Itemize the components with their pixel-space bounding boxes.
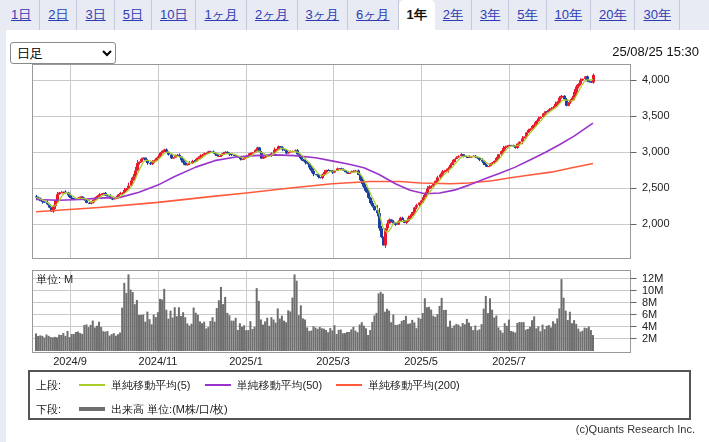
volume-tick-4: 4M	[642, 320, 657, 332]
volume-tick-6: 6M	[642, 308, 657, 320]
period-tab-3年[interactable]: 3年	[472, 0, 509, 30]
period-tab-30年[interactable]: 30年	[635, 0, 679, 30]
legend-item: 単純移動平均(200)	[322, 378, 460, 393]
legend-line-sample	[79, 384, 105, 386]
legend-item-label: 単純移動平均(5)	[111, 378, 190, 393]
chart-legend: 上段: 単純移動平均(5)単純移動平均(50)単純移動平均(200) 下段: 出…	[28, 370, 691, 420]
period-tab-10年[interactable]: 10年	[547, 0, 591, 30]
period-tab-1日[interactable]: 1日	[3, 0, 40, 30]
period-tab-5日[interactable]: 5日	[115, 0, 152, 30]
period-tab-1ヶ月[interactable]: 1ヶ月	[196, 0, 247, 30]
legend-item-label: 出来高 単位:(M株/口/枚)	[111, 402, 228, 417]
volume-tick-8: 8M	[642, 296, 657, 308]
date-tick-2025/1: 2025/1	[229, 355, 263, 367]
date-tick-2025/5: 2025/5	[404, 355, 438, 367]
legend-upper-label: 上段:	[36, 378, 61, 393]
date-tick-2025/7: 2025/7	[492, 355, 526, 367]
legend-item-label: 単純移動平均(50)	[237, 378, 323, 393]
volume-tick-2: 2M	[642, 332, 657, 344]
stock-chart-app: 1日2日3日5日10日1ヶ月2ヶ月3ヶ月6ヶ月1年2年3年5年10年20年30年…	[0, 0, 709, 442]
legend-item: 出来高 単位:(M株/口/枚)	[65, 402, 228, 417]
price-tick-2000: 2,000	[642, 217, 670, 229]
volume-tick-10: 10M	[642, 284, 663, 296]
legend-line-sample	[205, 384, 231, 386]
period-tab-3日[interactable]: 3日	[77, 0, 114, 30]
legend-item-label: 単純移動平均(200)	[368, 378, 460, 393]
period-tab-1年[interactable]: 1年	[399, 0, 435, 30]
period-tab-2ヶ月[interactable]: 2ヶ月	[247, 0, 298, 30]
legend-line-sample	[336, 384, 362, 386]
period-tab-10日[interactable]: 10日	[152, 0, 196, 30]
period-tab-20年[interactable]: 20年	[591, 0, 635, 30]
price-tick-2500: 2,500	[642, 181, 670, 193]
price-tick-3000: 3,000	[642, 145, 670, 157]
quote-timestamp: 25/08/25 15:30	[612, 44, 699, 59]
legend-upper-row: 上段: 単純移動平均(5)単純移動平均(50)単純移動平均(200)	[36, 377, 685, 393]
period-tabbar: 1日2日3日5日10日1ヶ月2ヶ月3ヶ月6ヶ月1年2年3年5年10年20年30年	[0, 0, 709, 30]
date-tick-2024/11: 2024/11	[139, 355, 178, 367]
date-tick-2024/9: 2024/9	[53, 355, 87, 367]
chart-panel: 日足 25/08/25 15:30 4,0003,5003,0002,5002,…	[6, 30, 709, 442]
volume-unit-label: 単位: M	[36, 272, 73, 287]
price-tick-3500: 3,500	[642, 109, 670, 121]
volume-tick-12: 12M	[642, 272, 663, 284]
legend-item: 単純移動平均(5)	[65, 378, 190, 393]
price-tick-4000: 4,000	[642, 73, 670, 85]
legend-lower-row: 下段: 出来高 単位:(M株/口/枚)	[36, 401, 685, 417]
period-tab-2日[interactable]: 2日	[40, 0, 77, 30]
legend-item: 単純移動平均(50)	[191, 378, 323, 393]
period-tab-2年[interactable]: 2年	[435, 0, 472, 30]
period-tab-3ヶ月[interactable]: 3ヶ月	[298, 0, 349, 30]
date-tick-2025/3: 2025/3	[316, 355, 350, 367]
period-tab-6ヶ月[interactable]: 6ヶ月	[348, 0, 399, 30]
legend-lower-label: 下段:	[36, 402, 61, 417]
chart-type-select[interactable]: 日足	[10, 42, 116, 64]
legend-line-sample	[79, 407, 105, 411]
copyright-notice: (c)Quants Research Inc.	[576, 423, 695, 435]
period-tab-5年[interactable]: 5年	[509, 0, 546, 30]
